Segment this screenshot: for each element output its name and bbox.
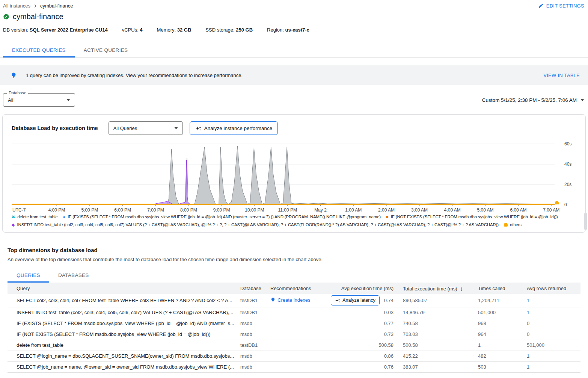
total-execution-time-cell: 14,846.79 [403, 307, 478, 318]
times-called-cell: 503 [478, 361, 527, 372]
legend-label: delete from test_table [17, 215, 57, 219]
table-row[interactable]: INSERT INTO test_table (col2, col3, col4… [8, 307, 580, 318]
avg-rows-returned-cell: 1 [527, 351, 580, 361]
svg-text:10:00 PM: 10:00 PM [245, 207, 264, 213]
avg-rows-returned-cell: 1 [527, 307, 580, 318]
legend-item[interactable]: ✖delete from test_table [12, 215, 58, 219]
table-row[interactable]: SELECT @login_name = dbo.SQLAGENT_SUSER_… [8, 351, 580, 361]
database-cell: msdb [240, 351, 270, 361]
avg-execution-time-value: 0.74 [384, 298, 394, 303]
column-header-times-called[interactable]: Times called [478, 283, 527, 294]
table-row[interactable]: IF (NOT EXISTS (SELECT * FROM msdb.dbo.s… [8, 329, 580, 340]
analyze-instance-performance-button[interactable]: Analyze instance performance [190, 121, 278, 135]
database-filter-select[interactable]: Database All [3, 93, 75, 107]
tab-active-queries[interactable]: ACTIVE QUERIES [75, 42, 137, 57]
view-in-table-button[interactable]: VIEW IN TABLE [543, 73, 580, 78]
avg-execution-time-value: 0.76 [384, 364, 394, 370]
edit-settings-button[interactable]: EDIT SETTINGS [538, 3, 584, 9]
database-filter-label: Database [7, 91, 28, 95]
avg-execution-time-value: 0.77 [384, 321, 394, 326]
svg-text:5:00 PM: 5:00 PM [81, 207, 98, 213]
times-called-cell: 501,000 [478, 307, 527, 318]
instance-info-item: Region: us-east7-c [267, 27, 309, 33]
database-cell: msdb [240, 318, 270, 329]
filter-row: Database All Custom 5/1/25, 2:38 PM - 5/… [3, 93, 584, 107]
legend-item[interactable]: others [504, 222, 522, 227]
recommendation-banner: 1 query can be improved by creating inde… [0, 65, 588, 85]
breadcrumb-current: cymbal-finance [40, 3, 73, 9]
top-dimensions-description: An overview of the top dimensions that c… [8, 257, 580, 262]
svg-text:2:00 AM: 2:00 AM [378, 207, 395, 213]
column-header-avg-execution-time-ms-[interactable]: Avg execution time (ms) [330, 283, 403, 294]
column-header-total-execution-time-ms-[interactable]: Total execution time (ms)↓ [403, 283, 478, 294]
table-row[interactable]: delete from test_tabletestDB1500.58500.5… [8, 340, 580, 351]
column-header-avg-rows-returned[interactable]: Avg rows returned [527, 283, 580, 294]
times-called-cell: 964 [478, 329, 527, 340]
analyze-latency-label: Analyze latency [342, 298, 375, 303]
table-row[interactable]: IF (EXISTS (SELECT * FROM msdb.dbo.sysjo… [8, 318, 580, 329]
query-cell: SELECT @login_name = dbo.SQLAGENT_SUSER_… [8, 351, 240, 361]
database-cell: msdb [240, 361, 270, 372]
analyze-latency-button[interactable]: Analyze latency [331, 295, 380, 305]
database-filter-value: All [8, 97, 13, 103]
svg-text:4:00 AM: 4:00 AM [444, 207, 461, 213]
avg-execution-time-value: 0.73 [384, 331, 394, 337]
main-tabs: EXECUTED QUERIES ACTIVE QUERIES [0, 42, 588, 58]
svg-text:7:00 AM: 7:00 AM [543, 207, 559, 213]
column-header-database[interactable]: Database [240, 283, 270, 294]
recommendations-cell: Create indexes [270, 294, 330, 307]
svg-text:6:00 AM: 6:00 AM [510, 207, 526, 213]
recommendations-cell [270, 307, 330, 318]
query-filter-value: All Queries [113, 125, 137, 131]
chevron-right-icon [33, 3, 38, 9]
tab-executed-queries[interactable]: EXECUTED QUERIES [3, 42, 75, 57]
svg-text:8:00 PM: 8:00 PM [180, 207, 197, 213]
chart-legend: ✖delete from test_table●IF (EXISTS (SELE… [12, 215, 580, 229]
legend-item[interactable]: ●IF (EXISTS (SELECT * FROM msdb.dbo.sysj… [63, 215, 381, 219]
svg-text:UTC-7: UTC-7 [12, 207, 26, 213]
sort-descending-icon[interactable]: ↓ [460, 285, 463, 292]
chart-header: Database Load by execution time All Quer… [12, 121, 580, 135]
database-load-chart[interactable]: 4:00 PM5:00 PM6:00 PM7:00 PM8:00 PM9:00 … [12, 140, 577, 214]
tab-queries[interactable]: QUERIES [8, 268, 49, 283]
table-row[interactable]: SELECT @job_name = name, @owner_sid = ow… [8, 361, 580, 372]
legend-scrollbar-thumb[interactable] [584, 213, 587, 230]
time-range-selector[interactable]: Custom 5/1/25, 2:38 PM - 5/2/25, 7:06 AM [482, 97, 584, 103]
svg-text:7:00 PM: 7:00 PM [147, 207, 164, 213]
total-execution-time-cell: 740.58 [403, 318, 478, 329]
recommendations-cell [270, 318, 330, 329]
svg-text:1:00 AM: 1:00 AM [345, 207, 362, 213]
times-called-cell: 968 [478, 318, 527, 329]
chevron-down-icon [174, 127, 178, 129]
query-insights-page: All instances cymbal-finance EDIT SETTIN… [0, 0, 588, 378]
legend-label: others [510, 222, 522, 227]
query-filter-select[interactable]: All Queries [109, 121, 183, 135]
others-end-marker [555, 201, 559, 204]
create-indexes-link[interactable]: Create indexes [270, 297, 310, 303]
svg-text:20s: 20s [564, 182, 571, 187]
chevron-down-icon [66, 99, 70, 101]
instance-info-item: SSD storage: 250 GB [205, 27, 253, 33]
avg-rows-returned-cell: 0 [527, 318, 580, 329]
avg-execution-time-cell: 0.86 [330, 351, 403, 361]
database-cell: msdb [240, 329, 270, 340]
column-header-recommendations[interactable]: Recommendations [270, 283, 330, 294]
legend-item[interactable]: ■IF (NOT EXISTS (SELECT * FROM msdb.dbo.… [386, 215, 558, 219]
breadcrumb-all-instances[interactable]: All instances [3, 3, 30, 9]
table-row[interactable]: SELECT col2, col3, col4, col7 FROM test_… [8, 294, 580, 307]
instance-info-row: DB version: SQL Server 2022 Enterprise C… [3, 27, 588, 33]
times-called-cell: 1,204,711 [478, 294, 527, 307]
avg-execution-time-cell: 0.76 [330, 361, 403, 372]
create-indexes-label: Create indexes [277, 297, 310, 303]
time-range-value: Custom 5/1/25, 2:38 PM - 5/2/25, 7:06 AM [482, 97, 577, 103]
chevron-down-icon [580, 99, 584, 101]
instance-info-item: vCPUs: 4 [122, 27, 143, 33]
legend-label: IF (EXISTS (SELECT * FROM msdb.dbo.sysjo… [68, 215, 381, 219]
tab-databases[interactable]: DATABASES [49, 268, 98, 283]
svg-text:May 2: May 2 [314, 207, 327, 213]
legend-item[interactable]: ◆INSERT INTO test_table (col2, col3, col… [12, 222, 499, 227]
column-header-query[interactable]: Query [8, 283, 240, 294]
instance-info-item: DB version: SQL Server 2022 Enterprise C… [3, 27, 108, 33]
queries-table: QueryDatabaseRecommendationsAvg executio… [8, 283, 580, 373]
top-dimensions-section: Top dimensions by database load An overv… [8, 247, 580, 373]
